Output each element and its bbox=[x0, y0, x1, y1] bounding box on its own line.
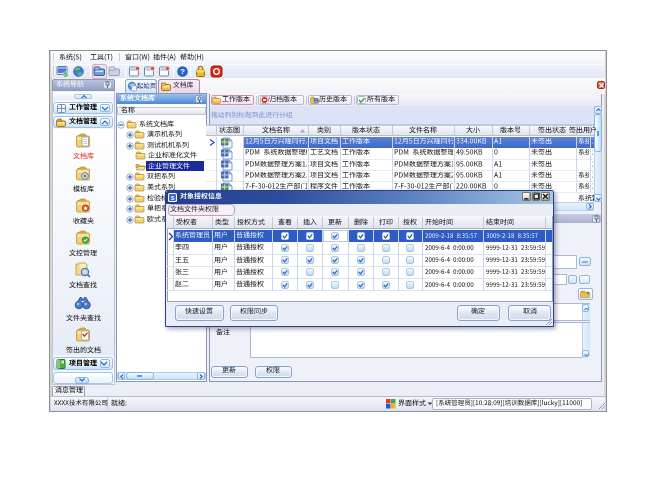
svg-text:?: ? bbox=[180, 67, 185, 76]
svg-text:S: S bbox=[171, 194, 175, 200]
